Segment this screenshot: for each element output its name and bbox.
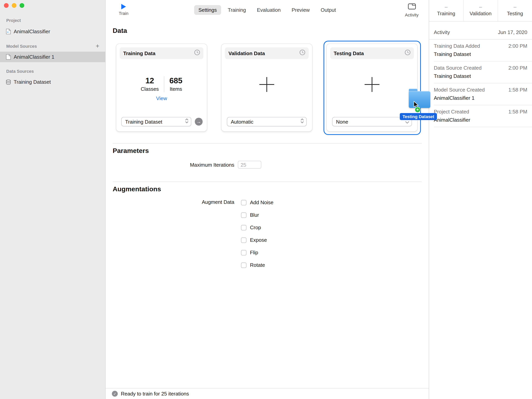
train-button[interactable]: Train [115, 4, 132, 16]
history-clock-icon [405, 49, 411, 57]
training-data-stats: 12 Classes 685 Items [116, 76, 207, 92]
augment-option-label: Crop [250, 225, 261, 230]
activity-entry-subtitle: AnimalClassifier [434, 117, 527, 123]
toolbar: Train Settings Training Evaluation Previ… [106, 0, 429, 21]
zoom-button[interactable] [19, 3, 24, 8]
augment-option-label: Flip [250, 250, 258, 255]
chevron-down-icon [405, 118, 409, 125]
crop-checkbox[interactable] [241, 225, 247, 230]
sidebar-section-project: Project [6, 18, 21, 23]
max-iterations-row: Maximum Iterations [113, 161, 261, 169]
tab-preview[interactable]: Preview [287, 5, 314, 15]
activity-log-entries: Training Data Added 2:00 PM Training Dat… [429, 39, 532, 127]
max-iterations-input[interactable] [238, 161, 261, 169]
project-doc-icon [6, 29, 11, 34]
tab-training[interactable]: Training [224, 5, 250, 15]
history-clock-icon [299, 49, 305, 57]
stepper-chevrons-icon [300, 118, 304, 125]
metric-label: Validation [470, 11, 492, 16]
add-data-plus-icon[interactable] [259, 77, 274, 92]
activity-entry-subtitle: Training Dataset [434, 73, 527, 79]
augment-option-row: Crop [241, 224, 273, 231]
minimize-button[interactable] [12, 3, 16, 8]
rotate-checkbox[interactable] [241, 262, 247, 268]
augment-option-row: Blur [241, 212, 273, 218]
flip-checkbox[interactable] [241, 250, 247, 255]
card-title: Testing Data [334, 50, 364, 56]
stepper-chevrons-icon [185, 118, 189, 125]
status-bar: ✓ Ready to train for 25 iterations [106, 388, 429, 399]
classes-label: Classes [141, 86, 159, 92]
items-value: 685 [169, 76, 183, 85]
augment-option-label: Expose [250, 237, 267, 243]
activity-entry-title: Training Data Added [434, 43, 480, 49]
checkmark-circle-icon: ✓ [112, 391, 118, 397]
metric-training: – Training [429, 0, 463, 21]
augment-option-label: Add Noise [250, 200, 273, 205]
activity-button[interactable]: Activity [405, 4, 418, 17]
validation-data-card-header: Validation Data [225, 47, 309, 59]
augment-data-label: Augment Data [113, 199, 234, 268]
model-doc-icon [6, 54, 11, 60]
sidebar-item-label: AnimalClassifier 1 [14, 54, 54, 60]
activity-log-title: Activity [434, 29, 450, 35]
expose-checkbox[interactable] [241, 237, 247, 243]
card-title: Training Data [123, 50, 156, 56]
activity-log-header: Activity Jun 17, 2020 [429, 21, 532, 39]
play-icon [121, 4, 126, 9]
tab-evaluation[interactable]: Evaluation [253, 5, 285, 15]
validation-data-source-dropdown[interactable]: Automatic [227, 117, 307, 126]
augment-options: Add Noise Blur Crop Expose [241, 199, 273, 268]
augment-option-row: Expose [241, 237, 273, 243]
training-data-source-dropdown[interactable]: Training Dataset [121, 117, 191, 126]
validation-card-footer: Automatic [227, 117, 307, 126]
add-data-plus-icon[interactable] [365, 77, 380, 92]
blur-checkbox[interactable] [241, 212, 247, 218]
testing-data-card-header: Testing Data [330, 47, 414, 59]
metric-label: Testing [507, 11, 523, 16]
window-controls [4, 3, 24, 8]
activity-entry-subtitle: AnimalClassifier 1 [434, 95, 527, 101]
testing-data-card[interactable]: Testing Data None [327, 44, 417, 131]
status-text: Ready to train for 25 iterations [121, 391, 189, 397]
dropdown-value: Training Dataset [125, 119, 162, 125]
sidebar-item-label: Training Dataset [14, 79, 51, 85]
metrics-header: – Training – Validation – Testing [429, 0, 532, 21]
augment-option-row: Add Noise [241, 199, 273, 206]
sidebar-item-animalclassifier-1[interactable]: AnimalClassifier 1 [0, 52, 105, 62]
data-section-title: Data [113, 27, 127, 35]
metric-value: – [514, 5, 516, 9]
tab-settings[interactable]: Settings [194, 5, 221, 15]
close-button[interactable] [4, 3, 9, 8]
testing-card-footer: None [332, 117, 412, 126]
tab-bar: Settings Training Evaluation Preview Out… [194, 5, 340, 15]
augment-option-label: Blur [250, 212, 259, 218]
data-cards: Training Data 12 Classes 685 Items [116, 44, 417, 131]
section-divider [113, 182, 422, 182]
add-noise-checkbox[interactable] [241, 200, 247, 205]
train-button-label: Train [119, 11, 128, 16]
metric-validation: – Validation [463, 0, 498, 21]
database-icon [6, 79, 11, 85]
sidebar-item-training-dataset[interactable]: Training Dataset [0, 77, 105, 87]
augment-option-row: Flip [241, 249, 273, 256]
view-link[interactable]: View [116, 95, 207, 101]
testing-data-source-dropdown[interactable]: None [332, 117, 412, 126]
go-arrow-button[interactable]: → [195, 118, 203, 126]
dropdown-value: Automatic [231, 119, 253, 125]
activity-window-icon [408, 4, 416, 11]
sidebar: Project AnimalClassifier Model Sources +… [0, 0, 106, 399]
classes-value: 12 [141, 76, 159, 85]
augmentations-section-title: Augmentations [113, 185, 161, 193]
activity-entry: Data Source Created 2:00 PM Training Dat… [429, 61, 532, 83]
activity-entry-time: 2:00 PM [508, 43, 527, 49]
activity-entry-time: 1:58 PM [508, 87, 527, 93]
sidebar-item-animalclassifier[interactable]: AnimalClassifier [0, 26, 105, 37]
activity-log-date: Jun 17, 2020 [498, 29, 527, 35]
section-divider [113, 143, 422, 144]
add-model-source-button[interactable]: + [94, 44, 101, 49]
activity-entry: Project Created 1:58 PM AnimalClassifier [429, 105, 532, 127]
tab-output[interactable]: Output [316, 5, 340, 15]
history-clock-icon [194, 49, 200, 57]
augmentations-block: Augment Data Add Noise Blur Crop [113, 199, 273, 268]
